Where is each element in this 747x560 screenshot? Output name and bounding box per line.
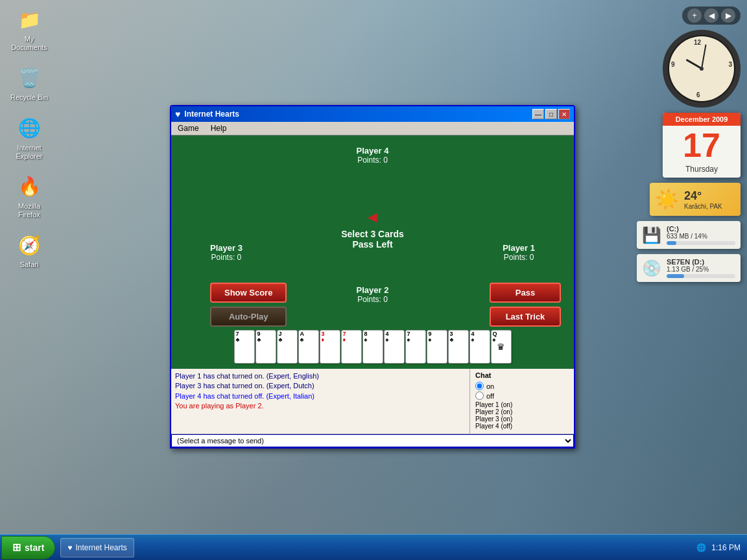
taskbar-hearts-item[interactable]: ♥ Internet Hearts [60,538,134,557]
chat-log-line-4: You are playing as Player 2. [175,401,466,411]
chat-player3: Player 3 (on) [475,415,569,423]
card-jc-suit: ♣ [279,337,283,343]
player2-points: Points: 0 [357,295,389,304]
taskbar-right: 🌐 1:16 PM [696,543,747,552]
calendar-widget: December 2009 17 Thursday [663,113,741,178]
safari-icon: 🧭 [16,232,42,258]
internet-explorer-icon: 🌐 [16,115,42,141]
widget-prev-button[interactable]: ◀ [704,8,718,23]
player1-name: Player 1 [503,243,535,253]
window-minimize-button[interactable]: — [532,109,544,119]
drive-c-widget: 💾 (C:) 633 MB / 14% [637,221,741,249]
menu-game[interactable]: Game [175,123,202,134]
card-4s2-suit: ♠ [471,337,475,343]
icon-my-documents[interactable]: 📁 My Documents [6,6,52,52]
card-qs[interactable]: Q ♠ ♛ [491,330,512,364]
weather-info: 24° Karāchi, PAK [684,189,722,210]
icon-internet-explorer[interactable]: 🌐 Internet Explorer [6,115,52,161]
clock-widget: 12 3 6 9 [663,30,741,108]
internet-explorer-label: Internet Explorer [6,144,52,161]
chat-players-list: Player 1 (on) Player 2 (on) Player 3 (on… [475,401,569,430]
card-9c[interactable]: 9 ♣ [255,330,276,364]
chat-player4: Player 4 (off) [475,423,569,430]
auto-play-button[interactable]: Auto-Play [210,307,287,327]
pass-arrow-icon: ◄ [341,208,404,226]
calendar-header: December 2009 [663,113,741,126]
card-jc[interactable]: J ♣ [277,330,298,364]
card-7s[interactable]: 7 ♠ [405,330,426,364]
player1-points: Points: 0 [503,253,535,262]
player3-name: Player 3 [210,243,243,253]
message-dropdown-bar: (Select a message to send) [171,434,574,447]
start-button[interactable]: ⊞ start [1,536,55,559]
chat-log: Player 1 has chat turned on. (Expert, En… [171,369,470,434]
show-score-button[interactable]: Show Score [210,283,287,303]
taskbar-hearts-icon: ♥ [67,543,72,552]
widget-add-button[interactable]: + [687,8,702,23]
left-buttons-area: Show Score Auto-Play [210,283,287,327]
hearts-app-icon: ♥ [175,109,180,119]
icon-safari[interactable]: 🧭 Safari [6,232,52,269]
player4-area: Player 4 Points: 0 [357,146,389,165]
radio-on-input[interactable] [475,382,484,390]
window-maximize-button[interactable]: □ [545,109,557,119]
card-ac-suit: ♣ [300,337,304,343]
icon-recycle-bin[interactable]: 🗑️ Recycle Bin [6,65,52,102]
card-9s[interactable]: 9 ♠ [427,330,447,364]
card-9c-suit: ♣ [257,337,261,343]
card-qs-suit: ♠ [493,337,496,343]
card-qs-center: ♛ [497,342,505,352]
drive-c-info: (C:) 633 MB / 14% [667,225,735,245]
chat-log-line-3: Player 4 has chat turned off. (Expert, I… [175,391,466,401]
card-4s2[interactable]: 4 ♠ [469,330,490,364]
card-7c[interactable]: 7 ♣ [234,330,255,364]
drive-c-label: (C:) [667,225,735,233]
card-3c[interactable]: 3 ♣ [448,330,469,364]
icon-mozilla-firefox[interactable]: 🔥 Mozilla Firefox [6,174,52,219]
right-widgets: + ◀ ▶ 12 3 6 9 December 2009 17 Thursday… [637,6,741,282]
menu-help[interactable]: Help [208,123,230,134]
drive-d-widget: 💿 SE7EN (D:) 1.13 GB / 25% [637,254,741,282]
chat-radio-on[interactable]: on [475,382,569,390]
taskbar-hearts-label: Internet Hearts [75,543,126,552]
widget-next-button[interactable]: ▶ [721,8,735,23]
chat-player2: Player 2 (on) [475,408,569,415]
drive-d-fill [667,274,684,278]
card-3d[interactable]: 3 ♦ [320,330,340,364]
mozilla-firefox-label: Mozilla Firefox [6,202,52,219]
weather-icon: ☀️ [655,188,679,211]
drive-c-bar [667,241,735,245]
player4-name: Player 4 [357,146,389,156]
radio-off-label: off [486,392,494,400]
safari-label: Safari [20,261,39,269]
widget-controls: + ◀ ▶ [682,6,741,25]
chat-radio-off[interactable]: off [475,391,569,400]
card-3c-suit: ♣ [450,337,454,343]
card-4s-suit: ♠ [386,337,389,343]
pass-button[interactable]: Pass [490,283,561,303]
windows-logo-icon: ⊞ [12,541,21,554]
card-4s[interactable]: 4 ♠ [384,330,405,364]
card-ac[interactable]: A ♣ [298,330,319,364]
message-select[interactable]: (Select a message to send) [171,434,574,447]
clock-minute-hand [701,44,707,69]
window-close-button[interactable]: ✕ [558,109,570,119]
card-7c-suit: ♣ [236,337,240,343]
clock-num-9: 9 [671,61,675,68]
weather-temperature: 24° [684,189,722,203]
weather-widget: ☀️ 24° Karāchi, PAK [650,183,741,216]
window-menubar: Game Help [171,122,574,135]
card-7d[interactable]: 7 ♦ [341,330,362,364]
center-message: ◄ Select 3 Cards Pass Left [341,208,404,250]
taskbar: ⊞ start ♥ Internet Hearts 🌐 1:16 PM [0,534,747,560]
start-label: start [25,542,44,553]
radio-on-label: on [486,382,494,390]
card-8s[interactable]: 8 ♠ [362,330,383,364]
taskbar-network-icon: 🌐 [696,543,706,552]
recycle-bin-label: Recycle Bin [10,93,48,102]
window-controls: — □ ✕ [532,109,570,119]
radio-off-input[interactable] [475,391,484,400]
last-trick-button[interactable]: Last Trick [490,307,561,327]
clock-center [700,67,704,71]
card-9s-suit: ♠ [429,337,432,343]
